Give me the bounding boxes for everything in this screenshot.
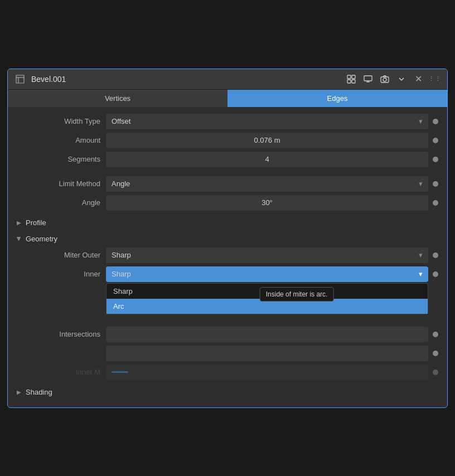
segments-control: 4 bbox=[106, 152, 428, 167]
amount-row: Amount 0.076 m bbox=[17, 133, 438, 148]
angle-label: Angle bbox=[17, 198, 106, 207]
miter-outer-dot[interactable] bbox=[433, 252, 438, 258]
profile-section-header[interactable]: ▶ Profile bbox=[17, 218, 438, 227]
intersections-control bbox=[106, 327, 428, 342]
dropdown-item-sharp[interactable]: Sharp bbox=[107, 284, 428, 299]
width-type-chevron: ▾ bbox=[419, 117, 423, 125]
shading-section-header[interactable]: ▶ Shading bbox=[17, 388, 438, 396]
geometry-section-label: Geometry bbox=[26, 235, 57, 243]
limit-method-row: Limit Method Angle ▾ bbox=[17, 176, 438, 192]
segments-row: Segments 4 bbox=[17, 152, 438, 167]
width-type-select[interactable]: Offset ▾ bbox=[106, 114, 428, 129]
svg-rect-6 bbox=[352, 80, 355, 83]
intersections-dot[interactable] bbox=[433, 332, 438, 337]
close-button[interactable]: ✕ bbox=[412, 72, 425, 86]
svg-point-11 bbox=[383, 78, 386, 81]
svg-rect-3 bbox=[347, 75, 351, 79]
miter-outer-chevron: ▾ bbox=[419, 251, 423, 259]
angle-dot[interactable] bbox=[433, 200, 438, 206]
amount-input[interactable]: 0.076 m bbox=[106, 133, 428, 148]
width-type-control: Offset ▾ bbox=[106, 114, 428, 129]
limit-method-label: Limit Method bbox=[17, 179, 106, 188]
tab-edges[interactable]: Edges bbox=[228, 90, 447, 107]
title-bar-right: ✕ ⋮⋮ bbox=[345, 72, 442, 86]
limit-method-select[interactable]: Angle ▾ bbox=[106, 176, 428, 192]
shading-chevron-icon: ▶ bbox=[17, 389, 21, 395]
angle-control: 30° bbox=[106, 195, 428, 211]
geometry-chevron-icon: ▶ bbox=[16, 236, 22, 241]
grid-icon[interactable] bbox=[345, 72, 358, 86]
inner-value: Sharp bbox=[112, 270, 131, 278]
inner-m-field bbox=[106, 365, 428, 380]
limit-method-control: Angle ▾ bbox=[106, 176, 428, 192]
inner-row: Inner Sharp ▾ Sharp Arc Inside of miter … bbox=[17, 266, 438, 282]
monitor-icon[interactable] bbox=[361, 72, 375, 86]
profile-chevron-icon: ▶ bbox=[17, 220, 21, 226]
inner-dropdown-menu: Sharp Arc Inside of miter is arc. bbox=[106, 283, 428, 314]
extra-dot-control bbox=[106, 346, 428, 361]
geometry-section-header[interactable]: ▶ Geometry bbox=[17, 235, 438, 243]
title-bar-left: Bevel.001 bbox=[13, 72, 340, 86]
dot-menu-icon[interactable]: ⋮⋮ bbox=[428, 72, 442, 86]
shading-section-label: Shading bbox=[26, 388, 52, 396]
miter-outer-label: Miter Outer bbox=[17, 251, 106, 259]
angle-row: Angle 30° bbox=[17, 195, 438, 211]
inner-chevron: ▾ bbox=[419, 270, 423, 278]
limit-method-dot[interactable] bbox=[433, 181, 438, 187]
inner-m-label: Inner M bbox=[17, 368, 106, 376]
tab-bar: Vertices Edges bbox=[8, 90, 447, 107]
profile-section-label: Profile bbox=[26, 218, 46, 227]
limit-method-chevron: ▾ bbox=[419, 179, 423, 188]
width-type-value: Offset bbox=[112, 117, 130, 125]
extra-dot[interactable] bbox=[433, 351, 438, 356]
inner-m-row: Inner M bbox=[17, 365, 438, 380]
tab-vertices[interactable]: Vertices bbox=[8, 90, 228, 107]
intersections-input[interactable] bbox=[106, 327, 428, 342]
inner-label: Inner bbox=[17, 270, 106, 278]
miter-outer-value: Sharp bbox=[112, 251, 131, 259]
segments-label: Segments bbox=[17, 155, 106, 163]
width-type-label: Width Type bbox=[17, 117, 106, 125]
extra-input[interactable] bbox=[106, 346, 428, 361]
camera-icon[interactable] bbox=[378, 72, 391, 86]
miter-outer-select[interactable]: Sharp ▾ bbox=[106, 247, 428, 263]
amount-label: Amount bbox=[17, 136, 106, 144]
width-type-row: Width Type Offset ▾ bbox=[17, 114, 438, 129]
extra-dot-row bbox=[17, 346, 438, 361]
bevel-panel: Bevel.001 bbox=[7, 69, 448, 408]
svg-rect-7 bbox=[364, 76, 372, 81]
amount-dot[interactable] bbox=[433, 138, 438, 143]
inner-m-dot[interactable] bbox=[433, 370, 438, 375]
segments-input[interactable]: 4 bbox=[106, 152, 428, 167]
width-type-dot[interactable] bbox=[433, 119, 438, 124]
panel-icon[interactable] bbox=[13, 72, 27, 86]
panel-title: Bevel.001 bbox=[31, 75, 66, 84]
intersections-row: Intersections bbox=[17, 327, 438, 342]
svg-rect-4 bbox=[352, 75, 355, 79]
angle-input[interactable]: 30° bbox=[106, 195, 428, 211]
segments-dot[interactable] bbox=[433, 157, 438, 162]
svg-rect-0 bbox=[16, 75, 24, 83]
intersections-label: Intersections bbox=[17, 330, 106, 338]
miter-outer-control: Sharp ▾ bbox=[106, 247, 428, 263]
limit-method-value: Angle bbox=[112, 179, 130, 188]
inner-select[interactable]: Sharp ▾ bbox=[106, 266, 428, 282]
svg-rect-5 bbox=[347, 80, 351, 83]
inner-control: Sharp ▾ Sharp Arc Inside of miter is arc… bbox=[106, 266, 428, 282]
chevron-down-icon[interactable] bbox=[395, 72, 408, 86]
dropdown-item-arc[interactable]: Arc bbox=[107, 299, 428, 314]
miter-outer-row: Miter Outer Sharp ▾ bbox=[17, 247, 438, 263]
inner-dot[interactable] bbox=[433, 271, 438, 277]
amount-control: 0.076 m bbox=[106, 133, 428, 148]
title-bar: Bevel.001 bbox=[8, 69, 447, 90]
panel-content: Width Type Offset ▾ Amount 0.076 m Segme… bbox=[8, 107, 447, 407]
